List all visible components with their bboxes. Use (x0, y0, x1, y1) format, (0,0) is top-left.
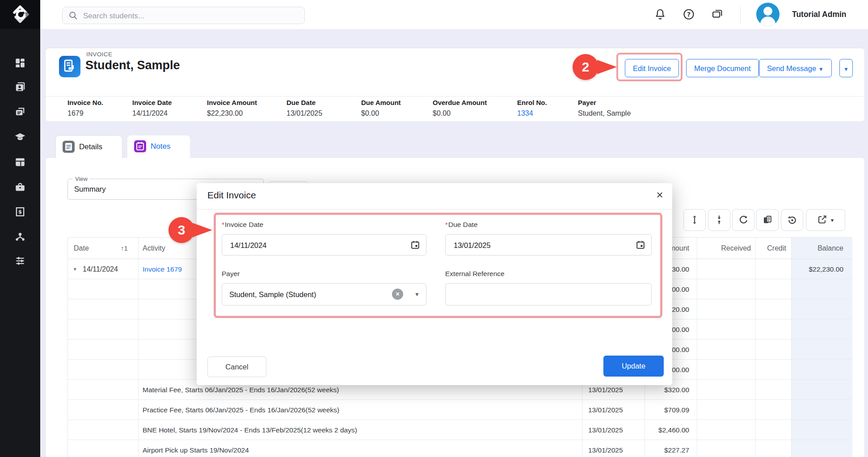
sidebar-item-students[interactable] (14, 81, 26, 93)
update-button[interactable]: Update (603, 356, 664, 377)
export-icon (817, 214, 827, 225)
clear-icon[interactable]: × (392, 289, 403, 300)
due-date-input[interactable] (453, 235, 629, 256)
tab-notes[interactable]: Notes (127, 135, 190, 158)
svg-text:?: ? (687, 11, 691, 18)
sidebar-item-services[interactable] (14, 181, 26, 193)
chevron-down-icon: ▼ (843, 66, 849, 72)
app-logo[interactable] (0, 0, 40, 29)
external-reference-field (445, 283, 652, 306)
calendar-icon[interactable] (410, 240, 420, 252)
chevron-down-icon: ▼ (830, 218, 835, 223)
summary-due-amount: Due Amount$0.00 (361, 99, 401, 117)
chevron-down-icon: ▼ (818, 66, 824, 72)
history-button[interactable] (781, 209, 803, 231)
graduation-cap-icon (14, 131, 26, 143)
cell-due-date: 13/01/2025 (588, 400, 623, 420)
user-avatar[interactable] (756, 3, 780, 26)
messages-button[interactable] (711, 8, 724, 21)
collapse-rows-button[interactable] (708, 209, 730, 231)
app: $ ? Tutorial Admin INVOICE Student, Samp… (0, 0, 868, 457)
summary-invoice-date: Invoice Date14/11/2024 (132, 99, 172, 117)
cell-amount: 00.00 (672, 360, 689, 380)
due-date-field (445, 234, 652, 256)
step-badge-2: 2 (573, 54, 598, 80)
sort-indicator[interactable]: ↑1 (121, 238, 128, 259)
cell-amount: $709.09 (664, 400, 689, 420)
dollar-box-icon: $ (14, 206, 26, 218)
network-icon (14, 231, 26, 243)
cell-amount: 00.00 (672, 319, 689, 340)
activity-link[interactable]: Invoice 1679 (143, 259, 182, 279)
tab-details[interactable]: Details (55, 135, 122, 159)
chevron-down-icon[interactable]: ▼ (414, 284, 420, 305)
edit-invoice-button[interactable]: Edit Invoice (625, 59, 679, 77)
expand-rows-button[interactable] (683, 209, 706, 231)
cancel-button[interactable]: Cancel (207, 356, 266, 377)
cell-amount: 00.00 (672, 279, 689, 299)
search-input[interactable] (82, 7, 299, 25)
sidebar-item-courses[interactable] (14, 131, 26, 143)
search-box (62, 7, 305, 24)
sidebar-item-dashboard[interactable] (14, 57, 26, 69)
chat-icon (711, 8, 724, 21)
help-button[interactable]: ? (683, 8, 695, 21)
students-icon (14, 81, 26, 93)
view-select-value: Summary (74, 179, 106, 199)
topbar-divider (740, 5, 741, 24)
column-header-date[interactable]: Date (74, 238, 89, 259)
column-header-balance[interactable]: Balance (817, 238, 843, 259)
summary-invoice-amount: Invoice Amount$22,230.00 (207, 99, 257, 117)
step-badge-3: 3 (169, 217, 194, 243)
fold-icon (714, 214, 725, 225)
send-message-button[interactable]: Send Message ▼ (759, 59, 832, 77)
more-actions-button[interactable]: ▼ (839, 59, 853, 77)
briefcase-icon (14, 181, 26, 193)
cell-activity: Airport Pick up Starts 19/Nov/2024 (143, 440, 249, 457)
enrol-no-link[interactable]: 1334 (517, 109, 547, 117)
calendar-icon[interactable] (636, 240, 645, 252)
external-reference-label: External Reference (445, 270, 505, 278)
edit-invoice-modal: Edit Invoice × *Invoice Date *Due Date P… (197, 183, 672, 385)
export-button[interactable]: ▼ (806, 209, 845, 231)
history-icon (787, 214, 797, 225)
dashboard-icon (14, 57, 26, 69)
notes-icon (134, 140, 146, 152)
column-header-activity[interactable]: Activity (143, 238, 165, 259)
sidebar-item-settings[interactable] (14, 255, 26, 267)
sidebar-item-invoices[interactable] (14, 106, 26, 118)
unfold-icon (689, 214, 700, 225)
payer-select[interactable]: Student, Sample (Student) × ▼ (222, 283, 426, 306)
refresh-button[interactable] (732, 209, 754, 231)
sidebar-item-finance[interactable]: $ (14, 206, 26, 218)
invoice-date-input[interactable] (229, 235, 405, 256)
sidebar-item-agents[interactable] (14, 231, 26, 243)
close-icon[interactable]: × (653, 188, 667, 202)
invoice-date-field (222, 234, 426, 256)
details-icon (63, 141, 75, 153)
invoice-date-label: *Invoice Date (222, 221, 263, 229)
merge-document-button[interactable]: Merge Document (686, 59, 759, 77)
column-header-credit[interactable]: Credit (767, 238, 786, 259)
summary-overdue-amount: Overdue Amount$0.00 (433, 99, 487, 117)
invoice-icon (59, 56, 80, 77)
page-title: Student, Sample (85, 59, 180, 72)
required-asterisk: * (222, 221, 224, 228)
external-reference-input[interactable] (453, 284, 629, 305)
topbar: ? Tutorial Admin (40, 0, 868, 29)
payer-select-value: Student, Sample (Student) (229, 284, 316, 305)
logo-icon (10, 4, 30, 25)
due-date-label: *Due Date (445, 221, 478, 229)
refresh-icon (738, 214, 749, 225)
help-icon: ? (683, 8, 695, 21)
copy-grid-button[interactable] (756, 209, 779, 231)
invoices-icon (14, 106, 26, 118)
user-name[interactable]: Tutorial Admin (792, 0, 847, 29)
sidebar-item-timetable[interactable] (14, 156, 26, 168)
column-header-received[interactable]: Received (721, 238, 751, 259)
bell-icon (654, 8, 666, 21)
avatar-person-icon (763, 7, 772, 16)
cell-amount: $227.27 (664, 440, 689, 457)
row-expand-icon[interactable]: ▾ (74, 259, 76, 279)
notifications-button[interactable] (654, 8, 666, 21)
